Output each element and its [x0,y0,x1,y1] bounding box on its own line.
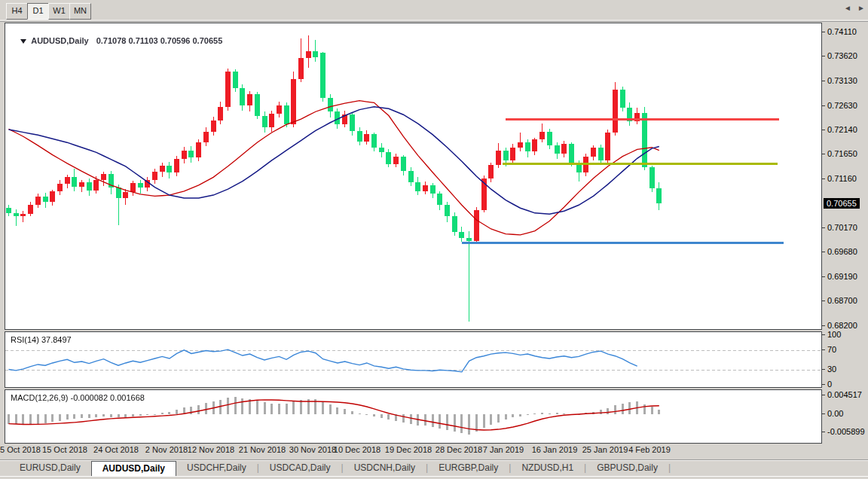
date-label: 24 Oct 2018 [93,445,139,454]
date-label: 4 Feb 2019 [628,445,671,454]
date-label: 28 Dec 2018 [436,445,482,454]
symbol-tab-audusd-daily[interactable]: AUDUSD,Daily [91,461,176,476]
date-label: 12 Nov 2018 [188,445,234,454]
macd-panel: MACD(12,26,9) -0.000082 0.001668 [5,389,822,444]
macd-label: MACD(12,26,9) -0.000082 0.001668 [11,393,145,402]
date-label: 30 Nov 2018 [289,445,336,454]
date-label: 19 Dec 2018 [385,445,432,454]
chart-title-ohlc: 0.71078 0.71103 0.70596 0.70655 [96,36,223,45]
date-label: 2 Nov 2018 [145,445,188,454]
symbol-tab-usdcnh-daily[interactable]: USDCNH,Daily [344,460,426,476]
status-bar [0,476,868,479]
date-label: 16 Jan 2019 [532,445,578,454]
date-label: 21 Nov 2018 [239,445,286,454]
symbol-tab-gbpusd-daily[interactable]: GBPUSD,Daily [586,460,668,476]
tab-separator: | [668,460,671,476]
symbol-tab-usdcad-daily[interactable]: USDCAD,Daily [259,460,341,476]
date-label: 5 Oct 2018 [0,445,41,454]
timeframe-tab-w1[interactable]: W1 [48,3,70,20]
chart-dropdown-icon[interactable] [20,39,26,44]
macd-tick [822,395,825,395]
symbol-tab-eurgbp-daily[interactable]: EURGBP,Daily [428,460,509,476]
timeframe-tab-h4[interactable]: H4 [6,3,28,20]
date-label: 25 Jan 2019 [582,445,628,454]
macd-axis-label: 0.00 [827,409,843,418]
timeframe-tab-mn[interactable]: MN [69,3,91,20]
tab-scroll-right-icon[interactable]: ► [857,4,865,12]
rsi-canvas[interactable] [5,332,821,387]
macd-tick [822,432,825,432]
date-axis: 5 Oct 201815 Oct 201824 Oct 20182 Nov 20… [5,445,822,457]
rsi-label: RSI(14) 37.8497 [11,335,72,344]
main-chart-canvas[interactable] [5,23,821,329]
rsi-panel: RSI(14) 37.8497 [5,331,822,388]
chart-title: AUDUSD,Daily0.71078 0.71103 0.70596 0.70… [11,27,222,54]
macd-axis-label: 0.004517 [827,390,862,399]
date-label: 15 Oct 2018 [42,445,87,454]
macd-axis: 0.0045170.00-0.005899 [822,0,868,444]
main-chart-panel: AUDUSD,Daily0.71078 0.71103 0.70596 0.70… [5,23,822,330]
timeframe-toolbar: H4D1W1MN [0,0,868,22]
macd-axis-label: -0.005899 [827,427,865,436]
date-label: 10 Dec 2018 [334,445,381,454]
symbol-tab-eurusd-daily[interactable]: EURUSD,Daily [9,460,91,476]
chart-title-symbol: AUDUSD,Daily [31,36,88,45]
symbol-tab-nzdusd-h1[interactable]: NZDUSD,H1 [511,460,584,476]
macd-tick [822,413,825,414]
timeframe-tab-d1[interactable]: D1 [27,3,49,20]
date-label: 7 Jan 2019 [483,445,524,454]
tab-scroll-left-icon[interactable]: ◄ [844,4,851,12]
symbol-tab-usdchf-daily[interactable]: USDCHF,Daily [176,460,257,476]
symbol-tabbar: EURUSD,DailyAUDUSD,DailyUSDCHF,Daily|USD… [0,459,868,476]
